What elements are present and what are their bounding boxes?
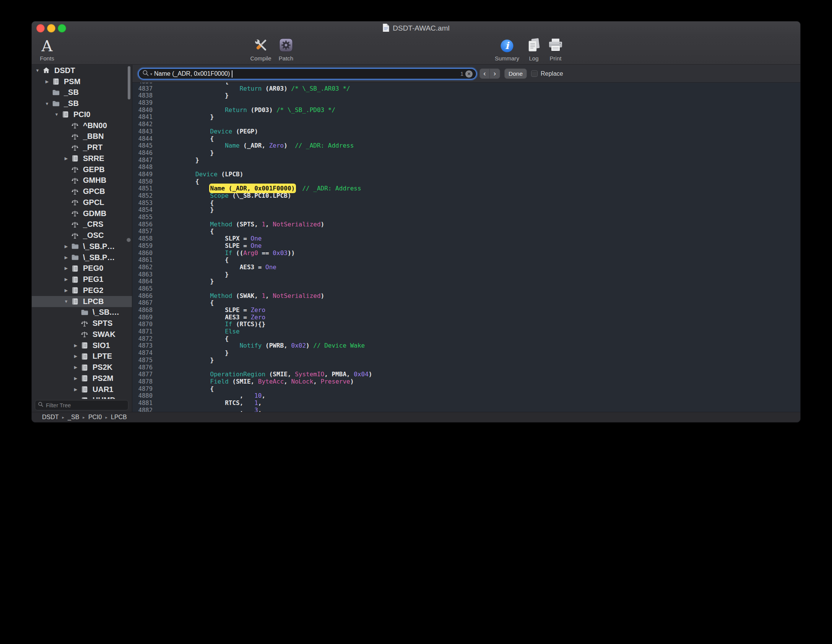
tree-item-psm[interactable]: ▶PSM: [32, 76, 132, 87]
code-line-4853[interactable]: {: [166, 200, 800, 207]
code-line-4874[interactable]: }: [166, 350, 800, 357]
tree-item-gepb[interactable]: GEPB: [32, 164, 132, 175]
sidebar-scrollbar-thumb[interactable]: [128, 66, 130, 99]
disclosure-triangle-icon[interactable]: ▶: [62, 266, 70, 271]
disclosure-triangle-icon[interactable]: ▼: [43, 101, 51, 106]
code-line-4881[interactable]: RTCS, 1,: [166, 400, 800, 407]
code-line-4843[interactable]: Device (PEGP): [166, 128, 800, 135]
tree-item-prt[interactable]: _PRT: [32, 142, 132, 153]
tree-item-ps2k[interactable]: ▶PS2K: [32, 362, 132, 373]
disclosure-triangle-icon[interactable]: ▶: [62, 288, 70, 293]
tree-item-dsdt[interactable]: ▼DSDT: [32, 65, 132, 76]
splitter-handle[interactable]: [127, 238, 131, 242]
tree-item-sb[interactable]: ▼_SB: [32, 98, 132, 109]
code-line-4878[interactable]: Field (SMIE, ByteAcc, NoLock, Preserve): [166, 378, 800, 385]
disclosure-triangle-icon[interactable]: ▶: [72, 365, 80, 370]
code-line-4863[interactable]: }: [166, 271, 800, 278]
code-line-4861[interactable]: {: [166, 257, 800, 264]
tree-item-peg0[interactable]: ▶PEG0: [32, 263, 132, 274]
code-line-4848[interactable]: [166, 164, 800, 171]
disclosure-triangle-icon[interactable]: ▶: [62, 277, 70, 282]
code-line-4857[interactable]: {: [166, 228, 800, 235]
code-line-4869[interactable]: AES3 = Zero: [166, 314, 800, 321]
code-line-4871[interactable]: Else: [166, 328, 800, 335]
code-line-4862[interactable]: AES3 = One: [166, 264, 800, 271]
code-line-4845[interactable]: Name (_ADR, Zero) // _ADR: Address: [166, 142, 800, 150]
code-line-4854[interactable]: }: [166, 207, 800, 214]
code-line-4877[interactable]: OperationRegion (SMIE, SystemIO, PMBA, 0…: [166, 371, 800, 378]
tree-item-ps2m[interactable]: ▶PS2M: [32, 373, 132, 384]
find-next-button[interactable]: ›: [490, 69, 500, 78]
disclosure-triangle-icon[interactable]: ▼: [52, 112, 61, 117]
tree-item-bbn[interactable]: _BBN: [32, 131, 132, 142]
tree-item-crs[interactable]: _CRS: [32, 219, 132, 230]
breadcrumb-item-lpcb[interactable]: LPCB: [111, 414, 127, 421]
disclosure-triangle-icon[interactable]: ▶: [72, 354, 80, 359]
code-line-4837[interactable]: Return (AR03) /* \_SB_.AR03 */: [166, 85, 800, 93]
tree-item-swak[interactable]: SWAK: [32, 329, 132, 340]
tree-item-uar1[interactable]: ▶UAR1: [32, 384, 132, 395]
tree-item-gdmb[interactable]: GDMB: [32, 208, 132, 219]
filter-tree-input[interactable]: [46, 402, 125, 408]
tree-item-lpte[interactable]: ▶LPTE: [32, 351, 132, 362]
title-bar[interactable]: DSDT-AWAC.aml: [32, 21, 800, 35]
code-line-4852[interactable]: Scope (\_SB.PCI0.LPCB): [166, 192, 800, 200]
print-button[interactable]: Print: [541, 37, 570, 62]
find-previous-button[interactable]: ‹: [480, 69, 490, 78]
code-line-4838[interactable]: }: [166, 92, 800, 99]
tree-item-sbp[interactable]: ▶\_SB.P…: [32, 241, 132, 252]
breadcrumb-item-pci0[interactable]: PCI0: [88, 414, 102, 421]
replace-checkbox[interactable]: [531, 70, 538, 77]
disclosure-triangle-icon[interactable]: ▶: [72, 343, 80, 348]
tree-item-sb[interactable]: _SB: [32, 87, 132, 98]
breadcrumb-item-sb[interactable]: _SB: [68, 414, 79, 421]
code-line-4880[interactable]: , 10,: [166, 392, 800, 400]
tree-item-gpcb[interactable]: GPCB: [32, 186, 132, 197]
tree-item-srre[interactable]: ▶SRRE: [32, 153, 132, 164]
code-line-4846[interactable]: }: [166, 150, 800, 157]
tree-item-peg1[interactable]: ▶PEG1: [32, 274, 132, 285]
code-editor[interactable]: 4836483748384839484048414842484348444845…: [132, 83, 800, 412]
code-line-4876[interactable]: [166, 364, 800, 371]
code-line-4844[interactable]: {: [166, 135, 800, 143]
code-line-4839[interactable]: [166, 99, 800, 107]
breadcrumb-item-dsdt[interactable]: DSDT: [42, 414, 59, 421]
fonts-button[interactable]: A Fonts: [32, 37, 62, 62]
disclosure-triangle-icon[interactable]: ▶: [43, 79, 51, 84]
tree-item-sbp[interactable]: ▶\_SB.P…: [32, 252, 132, 263]
code-line-4855[interactable]: [166, 214, 800, 221]
disclosure-triangle-icon[interactable]: ▶: [62, 156, 70, 161]
disclosure-triangle-icon[interactable]: ▶: [62, 244, 70, 249]
summary-button[interactable]: i Summary: [492, 37, 522, 62]
code-line-4873[interactable]: Notify (PWRB, 0x02) // Device Wake: [166, 342, 800, 350]
zoom-button[interactable]: [58, 24, 66, 33]
code-line-4868[interactable]: SLPE = Zero: [166, 307, 800, 314]
clear-search-button[interactable]: ✕: [465, 70, 473, 78]
tree-item-gpcl[interactable]: GPCL: [32, 197, 132, 208]
minimize-button[interactable]: [47, 24, 55, 33]
code-line-4842[interactable]: [166, 121, 800, 128]
disclosure-triangle-icon[interactable]: ▼: [33, 68, 42, 73]
tree-item-spts[interactable]: SPTS: [32, 318, 132, 329]
tree-item-gmhb[interactable]: GMHB: [32, 175, 132, 186]
disclosure-triangle-icon[interactable]: ▼: [62, 299, 70, 304]
tree-item-bn00[interactable]: ^BN00: [32, 120, 132, 131]
code-line-4872[interactable]: {: [166, 335, 800, 343]
tree-item-lpcb[interactable]: ▼LPCB: [32, 296, 132, 307]
tree-item-peg2[interactable]: ▶PEG2: [32, 285, 132, 296]
code-line-4864[interactable]: }: [166, 278, 800, 285]
code-line-4850[interactable]: {: [166, 178, 800, 185]
code-line-4865[interactable]: [166, 285, 800, 293]
code-line-4849[interactable]: Device (LPCB): [166, 171, 800, 178]
code-line-4866[interactable]: Method (SWAK, 1, NotSerialized): [166, 293, 800, 300]
code-line-4851[interactable]: Name (_ADR, 0x001F0000) // _ADR: Address: [166, 185, 800, 192]
code-line-4859[interactable]: SLPE = One: [166, 242, 800, 250]
code-line-4879[interactable]: {: [166, 385, 800, 393]
code-line-4875[interactable]: }: [166, 357, 800, 364]
disclosure-triangle-icon[interactable]: ▶: [72, 376, 80, 381]
replace-label[interactable]: Replace: [541, 70, 563, 77]
close-button[interactable]: [36, 24, 45, 33]
code-line-4870[interactable]: If (RTCS){}: [166, 321, 800, 328]
tree-item-sb[interactable]: \_SB.…: [32, 307, 132, 318]
code-line-4882[interactable]: , 3,: [166, 407, 800, 412]
